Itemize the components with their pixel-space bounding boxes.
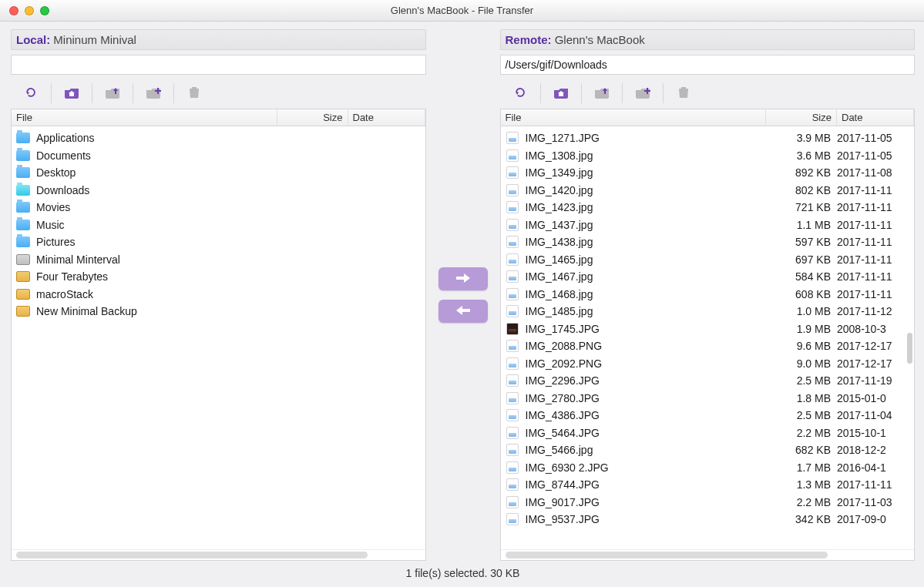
- remote-vertical-scrollbar[interactable]: [907, 333, 912, 364]
- list-item[interactable]: IMG_1745.JPG1.9 MB2008-10-3: [501, 320, 915, 338]
- file-name: macroStack: [36, 288, 425, 300]
- new-folder-button[interactable]: [135, 82, 172, 105]
- list-item[interactable]: IMG_8744.JPG1.3 MB2017-11-11: [501, 476, 915, 494]
- local-name: Mininum Minival: [53, 33, 136, 46]
- window-minimize-button[interactable]: [25, 6, 34, 15]
- image-file-icon: [506, 236, 519, 248]
- trash-button[interactable]: [176, 82, 213, 105]
- list-item[interactable]: Movies: [12, 199, 425, 216]
- file-size: 721 KB: [766, 201, 837, 213]
- file-name: IMG_2088.PNG: [526, 340, 767, 352]
- list-item[interactable]: IMG_2296.JPG2.5 MB2017-11-19: [501, 372, 915, 390]
- file-date: 2015-10-1: [837, 427, 914, 439]
- column-header-size[interactable]: Size: [766, 109, 837, 126]
- file-date: 2017-11-05: [837, 132, 914, 144]
- remote-file-list: File Size Date IMG_1271.JPG3.9 MB2017-11…: [500, 109, 916, 561]
- column-header-file[interactable]: File: [501, 109, 767, 126]
- list-item[interactable]: Desktop: [12, 164, 425, 182]
- list-item[interactable]: IMG_9537.JPG342 KB2017-09-0: [501, 511, 915, 528]
- new-folder-button[interactable]: [624, 82, 661, 105]
- file-name: Applications: [36, 132, 425, 144]
- image-file-icon: [506, 392, 519, 404]
- file-date: 2016-04-1: [837, 461, 914, 474]
- list-item[interactable]: IMG_2780.JPG1.8 MB2015-01-0: [501, 390, 915, 408]
- list-item[interactable]: IMG_1485.jpg1.0 MB2017-11-12: [501, 303, 915, 320]
- file-name: IMG_4386.JPG: [526, 409, 767, 421]
- list-item[interactable]: IMG_5466.jpg682 KB2018-12-2: [501, 441, 915, 459]
- image-file-icon: [506, 357, 519, 370]
- image-file-icon: [506, 374, 519, 387]
- trash-button[interactable]: [665, 82, 702, 105]
- transfer-right-button[interactable]: [438, 267, 488, 290]
- list-item[interactable]: Documents: [12, 147, 425, 165]
- remote-label: Remote:: [506, 33, 552, 46]
- file-date: 2015-01-0: [837, 392, 914, 404]
- file-name: IMG_1745.JPG: [526, 323, 767, 335]
- list-item[interactable]: IMG_5464.JPG2.2 MB2015-10-1: [501, 424, 915, 442]
- refresh-button[interactable]: [502, 82, 539, 105]
- transfer-left-button[interactable]: [438, 300, 488, 323]
- window-close-button[interactable]: [9, 6, 18, 15]
- list-item[interactable]: IMG_2088.PNG9.6 MB2017-12-17: [501, 337, 915, 355]
- image-file-icon: [506, 132, 519, 144]
- column-header-size[interactable]: Size: [277, 109, 348, 126]
- local-toolbar: [11, 79, 426, 107]
- list-item[interactable]: IMG_4386.JPG2.5 MB2017-11-04: [501, 407, 915, 424]
- list-item[interactable]: IMG_6930 2.JPG1.7 MB2016-04-1: [501, 459, 915, 477]
- file-date: 2008-10-3: [837, 323, 914, 335]
- file-date: 2017-11-11: [837, 288, 914, 300]
- remote-horizontal-scrollbar[interactable]: [501, 549, 915, 560]
- list-item[interactable]: Pictures: [12, 233, 425, 251]
- file-date: 2017-09-0: [837, 513, 914, 525]
- local-path-input[interactable]: [11, 55, 426, 75]
- list-item[interactable]: IMG_2092.PNG9.0 MB2017-12-17: [501, 355, 915, 373]
- file-name: IMG_1437.jpg: [526, 219, 767, 231]
- image-file-icon: [506, 184, 519, 196]
- list-item[interactable]: IMG_1467.jpg584 KB2017-11-11: [501, 268, 915, 286]
- list-item[interactable]: Minimal Minterval: [12, 251, 425, 269]
- file-date: 2017-12-17: [837, 357, 914, 370]
- list-item[interactable]: Four Terabytes: [12, 268, 425, 286]
- folder-icon: [16, 184, 30, 196]
- list-item[interactable]: Applications: [12, 129, 425, 147]
- local-horizontal-scrollbar[interactable]: [12, 549, 425, 560]
- list-item[interactable]: Downloads: [12, 182, 425, 200]
- file-size: 9.0 MB: [766, 357, 837, 370]
- column-header-date[interactable]: Date: [348, 109, 425, 126]
- go-up-button[interactable]: [583, 82, 620, 105]
- file-name: IMG_1467.jpg: [526, 270, 767, 283]
- image-file-icon: [506, 323, 519, 335]
- file-date: 2017-11-11: [837, 478, 914, 491]
- list-item[interactable]: Music: [12, 216, 425, 234]
- window-zoom-button[interactable]: [40, 6, 49, 15]
- list-item[interactable]: IMG_1423.jpg721 KB2017-11-11: [501, 199, 915, 216]
- list-item[interactable]: IMG_1465.jpg697 KB2017-11-11: [501, 251, 915, 269]
- file-date: 2017-11-04: [837, 409, 914, 421]
- go-up-button[interactable]: [94, 82, 131, 105]
- list-item[interactable]: macroStack: [12, 286, 425, 304]
- file-size: 1.1 MB: [766, 219, 837, 231]
- file-name: IMG_1423.jpg: [526, 201, 767, 213]
- file-date: 2018-12-2: [837, 444, 914, 456]
- list-item[interactable]: IMG_1438.jpg597 KB2017-11-11: [501, 233, 915, 251]
- image-file-icon: [506, 478, 519, 491]
- refresh-button[interactable]: [12, 82, 49, 105]
- list-item[interactable]: IMG_1468.jpg608 KB2017-11-11: [501, 286, 915, 304]
- file-name: IMG_1308.jpg: [526, 149, 767, 162]
- drive-icon: [16, 270, 30, 283]
- list-item[interactable]: IMG_1420.jpg802 KB2017-11-11: [501, 182, 915, 200]
- file-date: 2017-11-11: [837, 270, 914, 283]
- list-item[interactable]: IMG_1349.jpg892 KB2017-11-08: [501, 164, 915, 182]
- column-header-file[interactable]: File: [12, 109, 277, 126]
- list-item[interactable]: New Minimal Backup: [12, 303, 425, 320]
- remote-path-input[interactable]: /Users/gif/Downloads: [500, 55, 916, 75]
- list-item[interactable]: IMG_1437.jpg1.1 MB2017-11-11: [501, 216, 915, 234]
- file-name: IMG_1465.jpg: [526, 253, 767, 266]
- list-item[interactable]: IMG_1271.JPG3.9 MB2017-11-05: [501, 129, 915, 147]
- list-item[interactable]: IMG_9017.JPG2.2 MB2017-11-03: [501, 494, 915, 512]
- list-item[interactable]: IMG_1308.jpg3.6 MB2017-11-05: [501, 147, 915, 165]
- home-button[interactable]: [543, 82, 580, 105]
- home-button[interactable]: [53, 82, 90, 105]
- remote-toolbar: [500, 79, 916, 107]
- column-header-date[interactable]: Date: [837, 109, 914, 126]
